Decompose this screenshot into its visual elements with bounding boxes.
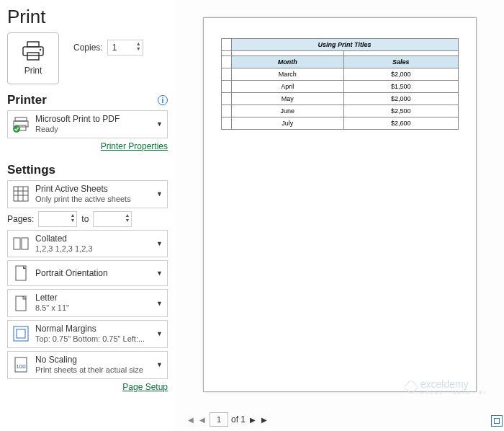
svg-text:100: 100: [16, 363, 26, 370]
spinner-arrows[interactable]: ▲▼: [136, 41, 141, 51]
printer-status-icon: [12, 115, 30, 133]
table-row: July$2,600: [221, 117, 458, 130]
svg-rect-8: [14, 187, 28, 201]
table-row: April$1,500: [221, 81, 458, 93]
settings-heading: Settings: [7, 163, 55, 177]
svg-rect-1: [23, 47, 43, 55]
printer-select[interactable]: Microsoft Print to PDF Ready ▼: [7, 110, 168, 138]
svg-rect-16: [16, 296, 26, 311]
margins-select[interactable]: Normal MarginsTop: 0.75" Bottom: 0.75" L…: [7, 320, 168, 348]
pages-to-input[interactable]: ▲▼: [93, 211, 132, 227]
svg-rect-2: [27, 53, 39, 60]
chevron-down-icon: ▼: [156, 361, 163, 368]
print-scope-select[interactable]: Print Active SheetsOnly print the active…: [7, 180, 168, 208]
table-row: March$2,000: [221, 68, 458, 81]
printer-properties-link[interactable]: Printer Properties: [7, 141, 168, 151]
svg-rect-14: [22, 238, 28, 249]
chevron-down-icon: ▼: [156, 120, 163, 128]
printer-heading: Printer: [7, 93, 47, 107]
chevron-down-icon: ▼: [156, 270, 163, 277]
table-row: May$2,000: [221, 93, 458, 105]
svg-rect-4: [15, 117, 27, 121]
chevron-down-icon: ▼: [156, 300, 163, 307]
table-row: June$2,500: [221, 105, 458, 117]
svg-rect-0: [27, 42, 39, 47]
portrait-icon: [12, 265, 30, 282]
page-setup-link[interactable]: Page Setup: [7, 382, 168, 392]
svg-rect-18: [17, 329, 25, 338]
page-icon: [12, 295, 30, 312]
sheets-icon: [12, 185, 30, 203]
printer-status: Ready: [35, 125, 120, 135]
chevron-down-icon: ▼: [156, 190, 163, 197]
page-number-input[interactable]: 1: [210, 412, 228, 427]
svg-rect-13: [14, 238, 20, 249]
nav-first-icon[interactable]: ◀: [186, 416, 195, 424]
scaling-select[interactable]: 100 No ScalingPrint sheets at their actu…: [7, 351, 168, 379]
printer-icon: [22, 41, 45, 61]
chevron-down-icon: ▼: [156, 330, 163, 337]
pages-to-label: to: [81, 214, 89, 224]
margins-icon: [12, 325, 30, 342]
print-preview: Using Print Titles MonthSales March$2,00…: [175, 0, 504, 431]
page-title: Print: [7, 6, 168, 28]
print-button[interactable]: Print: [7, 32, 59, 84]
zoom-to-page-icon[interactable]: [491, 415, 503, 427]
info-icon[interactable]: i: [158, 95, 168, 105]
pages-from-input[interactable]: ▲▼: [38, 211, 77, 227]
nav-prev-icon[interactable]: ◀: [198, 416, 207, 424]
preview-page: Using Print Titles MonthSales March$2,00…: [203, 17, 477, 392]
nav-next-icon[interactable]: ▶: [248, 416, 257, 424]
orientation-select[interactable]: Portrait Orientation ▼: [7, 260, 168, 286]
nav-last-icon[interactable]: ▶: [260, 416, 269, 424]
scaling-icon: 100: [12, 356, 30, 373]
collate-icon: [12, 235, 30, 252]
svg-point-7: [13, 125, 20, 133]
svg-rect-17: [14, 326, 28, 341]
chevron-down-icon: ▼: [156, 240, 163, 247]
page-total: of 1: [231, 414, 246, 425]
collate-select[interactable]: Collated1,2,3 1,2,3 1,2,3 ▼: [7, 230, 168, 258]
printer-name: Microsoft Print to PDF: [35, 114, 120, 125]
copies-input[interactable]: 1 ▲▼: [107, 40, 143, 55]
print-button-label: Print: [24, 66, 42, 76]
svg-point-3: [40, 49, 42, 51]
pages-label: Pages:: [7, 214, 34, 224]
paper-size-select[interactable]: Letter8.5" x 11" ▼: [7, 289, 168, 317]
copies-label: Copies:: [73, 43, 103, 53]
page-navigator: ◀ ◀ 1 of 1 ▶ ▶: [186, 412, 269, 427]
preview-table: Using Print Titles MonthSales March$2,00…: [221, 38, 459, 130]
